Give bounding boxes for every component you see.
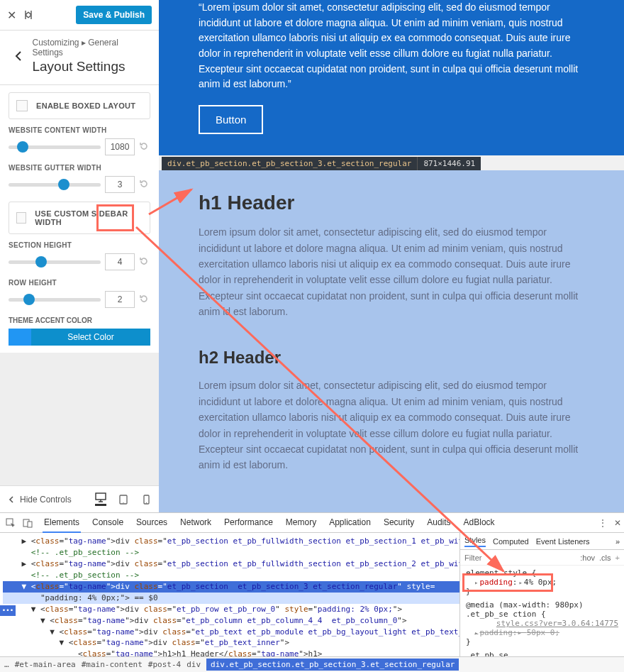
devtools-tab-audits[interactable]: Audits	[425, 513, 452, 533]
dom-line[interactable]: ▶ <class="tag-name">div class="et_pb_sec…	[3, 536, 459, 547]
svg-point-4	[145, 502, 146, 502]
section-3: h1 Header Lorem ipsum dolor sit amet, co…	[159, 170, 624, 512]
hero-section: “Lorem ipsum dolor sit amet, consectetur…	[159, 0, 624, 155]
gutter-width-label: WEBSITE GUTTER WIDTH	[9, 164, 150, 172]
inspector-selector: div.et_pb_section.et_pb_section_3.et_sec…	[162, 157, 417, 170]
section-height-row: SECTION HEIGHT 4	[9, 241, 150, 270]
reset-icon[interactable]	[139, 256, 150, 268]
section-height-value[interactable]: 4	[105, 253, 135, 270]
svg-rect-7	[28, 522, 32, 527]
add-rule-button[interactable]: +	[615, 553, 620, 562]
devtools-breadcrumb[interactable]: …#et-main-area#main-content#post-4divdiv…	[0, 656, 624, 672]
section-height-slider[interactable]	[9, 260, 101, 264]
devtools-tab-application[interactable]: Application	[328, 513, 372, 533]
inspect-icon[interactable]	[3, 518, 18, 528]
devtools-crumb[interactable]: div	[186, 660, 201, 669]
devtools-crumb[interactable]: #et-main-area	[15, 660, 76, 669]
devtools-crumb[interactable]: div.et_pb_section.et_pb_section_3.et_sec…	[206, 659, 459, 671]
desktop-icon[interactable]	[95, 492, 106, 506]
breadcrumb: Customizing ▸ General Settings	[32, 38, 149, 57]
boxed-layout-label: ENABLE BOXED LAYOUT	[36, 101, 135, 110]
hero-text: “Lorem ipsum dolor sit amet, consectetur…	[199, 0, 584, 92]
devtools-tab-network[interactable]: Network	[179, 513, 213, 533]
devtools-tab-security[interactable]: Security	[382, 513, 416, 533]
devtools-crumb[interactable]: #main-content	[82, 660, 143, 669]
content-width-row: WEBSITE CONTENT WIDTH 1080	[9, 126, 150, 155]
devtools-tab-console[interactable]: Console	[91, 513, 125, 533]
close-icon[interactable]: ✕	[7, 9, 16, 22]
section3-p2: Lorem ipsum dolor sit amet, consectetur …	[199, 378, 584, 473]
dom-line[interactable]: ▼ <class="tag-name">div class="et_pb_tex…	[3, 637, 459, 649]
row-height-value[interactable]: 2	[105, 291, 135, 308]
hero-button[interactable]: Button	[199, 105, 263, 134]
svg-point-2	[123, 502, 123, 502]
accent-swatch[interactable]	[9, 329, 31, 346]
checkbox-icon[interactable]	[16, 212, 26, 224]
content-width-value[interactable]: 1080	[105, 138, 135, 155]
page-title: Layout Settings	[32, 59, 149, 75]
dom-line[interactable]: <class="tag-name">h1>h1 Header</class="t…	[3, 649, 459, 656]
inspector-badge: div.et_pb_section.et_pb_section_3.et_sec…	[162, 157, 624, 170]
dom-row-marker: •••	[0, 605, 16, 616]
custom-sidebar-toggle[interactable]: USE CUSTOM SIDEBAR WIDTH	[9, 202, 150, 234]
reset-icon[interactable]	[139, 294, 150, 305]
gutter-width-value[interactable]: 3	[105, 176, 135, 193]
styles-tabs-more-icon[interactable]: »	[615, 537, 620, 546]
styles-tab-event-listeners[interactable]: Event Listeners	[536, 537, 590, 546]
reset-icon[interactable]	[139, 179, 150, 190]
devtools-crumb[interactable]: …	[4, 660, 9, 669]
hide-controls-button[interactable]: Hide Controls	[7, 495, 72, 505]
content-width-label: WEBSITE CONTENT WIDTH	[9, 126, 150, 134]
dom-line[interactable]: "padding: 4% 0px;"> == $0	[3, 593, 459, 604]
content-width-slider[interactable]	[9, 145, 101, 149]
devtools-tab-performance[interactable]: Performance	[223, 513, 274, 533]
row-height-row: ROW HEIGHT 2	[9, 279, 150, 308]
customizer-sidebar: ✕ Save & Publish Customizing ▸ General S…	[0, 0, 159, 512]
inspector-dims: 871×1446.91	[417, 157, 481, 170]
row-height-slider[interactable]	[9, 298, 101, 302]
select-color-button[interactable]: Select Color	[31, 329, 150, 346]
cls-toggle[interactable]: .cls	[599, 553, 611, 562]
dom-line[interactable]: <!-- .et_pb_section -->	[3, 570, 459, 581]
more-icon[interactable]: ⋮	[598, 518, 607, 528]
styles-panel: StylesComputedEvent Listeners» :hov .cls…	[459, 533, 624, 656]
dom-line[interactable]: <!-- .et_pb_section -->	[3, 547, 459, 558]
devtools-crumb[interactable]: #post-4	[148, 660, 181, 669]
checkbox-icon[interactable]	[16, 100, 28, 111]
dom-tree[interactable]: ••• ▶ <class="tag-name">div class="et_pb…	[0, 533, 459, 656]
devtools-tab-elements[interactable]: Elements	[43, 513, 81, 533]
mobile-icon[interactable]	[140, 492, 152, 506]
hide-controls-label: Hide Controls	[20, 495, 72, 505]
styles-tab-styles[interactable]: Styles	[464, 536, 486, 547]
devtools-panel: ElementsConsoleSourcesNetworkPerformance…	[0, 512, 624, 672]
dom-line[interactable]: ▼ <class="tag-name">div class="et_pb_row…	[3, 604, 459, 615]
svg-rect-0	[96, 493, 106, 500]
styles-tab-computed[interactable]: Computed	[493, 537, 529, 546]
back-button[interactable]	[10, 38, 26, 75]
devtools-tab-sources[interactable]: Sources	[135, 513, 169, 533]
collapse-icon[interactable]	[23, 10, 33, 20]
boxed-layout-toggle[interactable]: ENABLE BOXED LAYOUT	[9, 92, 150, 119]
styles-filter-input[interactable]	[464, 553, 576, 562]
dom-line[interactable]: ▼ <class="tag-name">div class="et_pb_col…	[3, 615, 459, 627]
h2-header: h2 Header	[199, 348, 584, 368]
section3-p1: Lorem ipsum dolor sit amet, consectetur …	[199, 224, 584, 319]
accent-color-label: THEME ACCENT COLOR	[9, 316, 150, 324]
devtools-tab-adblock[interactable]: AdBlock	[462, 513, 496, 533]
custom-sidebar-label: USE CUSTOM SIDEBAR WIDTH	[35, 209, 143, 226]
device-mode-icon[interactable]	[20, 518, 35, 528]
gutter-width-row: WEBSITE GUTTER WIDTH 3	[9, 164, 150, 193]
devtools-tab-memory[interactable]: Memory	[284, 513, 318, 533]
style-rules[interactable]: element.style { padding:4% 0px; } @media…	[460, 566, 624, 656]
dom-line[interactable]: ▶ <class="tag-name">div class="et_pb_sec…	[3, 558, 459, 570]
row-height-label: ROW HEIGHT	[9, 279, 150, 287]
reset-icon[interactable]	[139, 141, 150, 153]
devtools-close-icon[interactable]: ✕	[614, 518, 621, 528]
dom-line[interactable]: ▼ <class="tag-name">div class="et_pb_sec…	[3, 581, 459, 593]
h1-header: h1 Header	[199, 192, 584, 214]
hov-toggle[interactable]: :hov	[580, 553, 595, 562]
dom-line[interactable]: ▼ <class="tag-name">div class="et_pb_tex…	[3, 627, 459, 638]
tablet-icon[interactable]	[118, 492, 129, 506]
save-publish-button[interactable]: Save & Publish	[76, 6, 152, 24]
gutter-width-slider[interactable]	[9, 183, 101, 187]
